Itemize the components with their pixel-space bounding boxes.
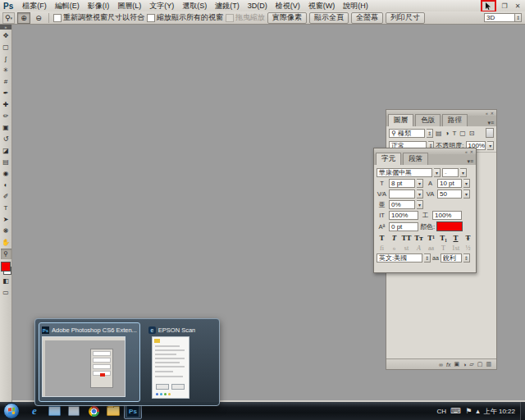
adjustment-layer-icon[interactable]: ◑: [463, 362, 466, 368]
horizontal-scale-field[interactable]: 100%: [432, 211, 462, 220]
anti-alias-select[interactable]: 銳利: [441, 253, 462, 262]
collapse-panel-icon[interactable]: «: [465, 149, 468, 154]
dropdown-arrow-icon[interactable]: ▾: [434, 168, 441, 177]
crop-tool[interactable]: #: [1, 76, 11, 87]
dropdown-arrows-icon[interactable]: ⇕: [424, 253, 431, 262]
new-layer-icon[interactable]: ▢: [477, 361, 483, 368]
dropdown-arrow-icon[interactable]: ▾: [417, 200, 423, 209]
tsume-field[interactable]: 0%: [389, 200, 415, 209]
tracking-field[interactable]: 50: [437, 189, 462, 199]
epson-scan-thumbnail[interactable]: [152, 336, 189, 399]
start-button[interactable]: [3, 403, 20, 419]
superscript-button[interactable]: T¹: [426, 233, 436, 242]
history-brush-tool[interactable]: ↺: [1, 134, 11, 144]
zoom-out-button[interactable]: ⊖: [33, 13, 44, 23]
dodge-tool[interactable]: ◐: [1, 180, 11, 190]
close-panel-icon[interactable]: ✕: [470, 149, 473, 154]
font-style-select[interactable]: -: [442, 168, 459, 177]
collapse-panel-icon[interactable]: «: [486, 111, 488, 116]
menu-view[interactable]: 檢視(V): [272, 1, 304, 11]
menu-file[interactable]: 檔案(F): [18, 1, 51, 11]
filter-smart-objects-icon[interactable]: ⊡: [468, 130, 476, 137]
baseline-shift-field[interactable]: 0 pt: [389, 222, 418, 231]
panel-menu-icon[interactable]: ▾≡: [485, 120, 496, 126]
subscript-button[interactable]: T₁: [438, 233, 449, 242]
pen-tool[interactable]: ✐: [1, 191, 11, 202]
all-caps-button[interactable]: TT: [401, 233, 412, 242]
foreground-color-swatch[interactable]: [1, 262, 11, 272]
gradient-tool[interactable]: ▤: [1, 157, 11, 167]
language-indicator[interactable]: CH: [437, 408, 447, 415]
dropdown-arrow-icon[interactable]: ▾: [460, 168, 467, 177]
hand-tool[interactable]: ✋: [1, 237, 11, 248]
layer-group-icon[interactable]: ▱: [469, 361, 473, 368]
quick-selection-tool[interactable]: ✳: [1, 65, 11, 75]
tab-layers[interactable]: 圖層: [388, 114, 413, 126]
tab-paragraph[interactable]: 段落: [403, 153, 428, 165]
photoshop-thumbnail[interactable]: [42, 336, 126, 397]
layer-effects-icon[interactable]: fx: [446, 362, 450, 368]
minimize-button[interactable]: [481, 0, 496, 12]
menu-layer[interactable]: 圖層(L): [113, 1, 145, 11]
lasso-tool[interactable]: ʃ: [1, 53, 11, 64]
custom-shape-tool[interactable]: ❋: [1, 226, 11, 236]
dropdown-arrow-icon[interactable]: ▾: [463, 179, 470, 188]
tab-character[interactable]: 字元: [376, 153, 401, 165]
layer-filter-kind[interactable]: ⚲ 種類: [389, 129, 425, 138]
current-tool-well[interactable]: ⚲ ▾: [2, 12, 15, 24]
vertical-scale-field[interactable]: 100%: [389, 211, 418, 220]
keyboard-icon[interactable]: ⌨: [450, 407, 461, 415]
marquee-tool[interactable]: ▢: [1, 42, 11, 52]
quick-mask-button[interactable]: ◧: [1, 276, 11, 286]
path-selection-tool[interactable]: ➤: [1, 214, 11, 225]
zoom-tool-selected[interactable]: ⚲: [1, 249, 11, 259]
faux-bold-button[interactable]: T: [377, 233, 387, 242]
screen-mode-button[interactable]: ▭: [1, 287, 11, 298]
font-size-field[interactable]: 8 pt: [389, 179, 415, 188]
show-desktop-button[interactable]: [520, 402, 525, 420]
healing-brush-tool[interactable]: ✚: [1, 99, 11, 110]
font-family-select[interactable]: 華康儷中黑: [377, 168, 432, 177]
menu-help[interactable]: 說明(H): [339, 1, 372, 11]
menu-image[interactable]: 影像(I): [84, 1, 114, 11]
filter-adjustment-layers-icon[interactable]: ◑: [445, 130, 450, 137]
dropdown-arrows-icon[interactable]: ⇕: [463, 253, 470, 262]
menu-edit[interactable]: 編輯(E): [51, 1, 84, 11]
brush-tool[interactable]: ✏: [1, 111, 11, 121]
preview-photoshop-window[interactable]: Ps Adobe Photoshop CS6 Exten...: [39, 322, 140, 402]
dropdown-arrow-icon[interactable]: ▾: [463, 189, 470, 199]
filter-toggle-switch[interactable]: [486, 128, 494, 138]
filter-type-layers-icon[interactable]: T: [451, 130, 457, 137]
dropdown-arrow-icon[interactable]: ▾: [487, 141, 494, 150]
resize-windows-to-fit-checkbox[interactable]: 重新調整視窗尺寸以符合: [53, 12, 144, 23]
delete-layer-icon[interactable]: ▥: [486, 361, 491, 368]
eraser-tool[interactable]: ◪: [1, 145, 11, 156]
menu-filter[interactable]: 濾鏡(T): [211, 1, 244, 11]
leading-field[interactable]: 10 pt: [437, 179, 462, 188]
dropdown-arrow-icon[interactable]: ▾: [417, 189, 423, 199]
filter-shape-layers-icon[interactable]: ▢: [459, 130, 467, 137]
zoom-all-windows-checkbox[interactable]: 縮放顯示所有的視窗: [147, 12, 223, 23]
toolbox-grip[interactable]: »: [0, 25, 11, 30]
action-center-icon[interactable]: ⚑: [465, 407, 472, 415]
blur-tool[interactable]: ◉: [1, 168, 11, 179]
link-layers-icon[interactable]: ∞: [439, 362, 443, 368]
underline-button[interactable]: T: [450, 233, 461, 242]
fill-screen-button[interactable]: 全螢幕: [351, 12, 383, 24]
menu-select[interactable]: 選取(S): [178, 1, 211, 11]
faux-italic-button[interactable]: T: [389, 233, 399, 242]
text-color-swatch[interactable]: [436, 221, 463, 231]
eyedropper-tool[interactable]: ✒: [1, 88, 11, 98]
type-tool[interactable]: T: [1, 203, 11, 213]
menu-type[interactable]: 文字(Y): [145, 1, 178, 11]
print-size-button[interactable]: 列印尺寸: [386, 12, 425, 24]
close-button[interactable]: ✕: [513, 2, 523, 10]
tab-paths[interactable]: 路徑: [442, 114, 468, 126]
small-caps-button[interactable]: Tᴛ: [413, 233, 424, 242]
move-tool[interactable]: ✥: [1, 30, 11, 41]
kerning-field[interactable]: [389, 189, 415, 199]
language-select[interactable]: 英文:美國: [377, 253, 422, 262]
preview-epson-scan-window[interactable]: e EPSON Scan: [145, 322, 216, 402]
clock[interactable]: 上午 10:22: [484, 407, 515, 416]
show-hidden-icons[interactable]: ▴: [476, 407, 480, 415]
